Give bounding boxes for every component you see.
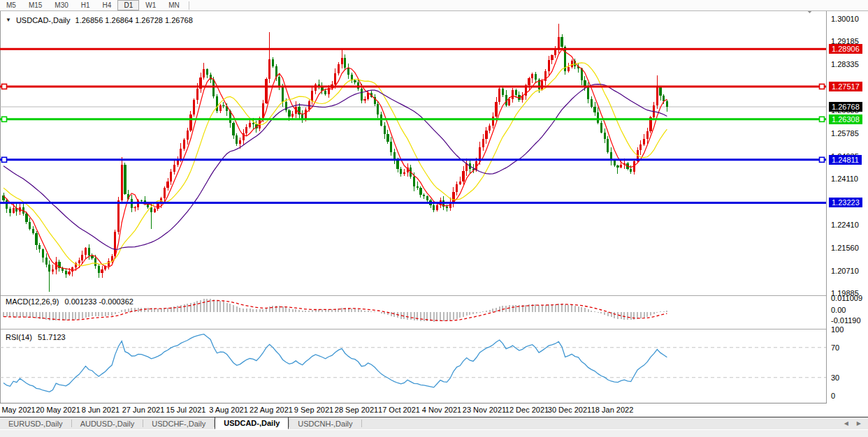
candle-body: [386, 134, 389, 141]
candle-body: [101, 269, 103, 273]
hline-handle-1.24811[interactable]: [2, 157, 7, 162]
candle-body: [419, 188, 421, 195]
mt4-window: M5M15M30H1H4D1W1MN ▼ USDCAD-,Daily 1.268…: [0, 0, 868, 437]
candle-body: [291, 114, 294, 117]
candle-body: [203, 69, 205, 77]
candle-body: [117, 200, 120, 232]
chart-tab-USDCHFDaily[interactable]: USDCHF-,Daily: [143, 417, 214, 429]
candle-body: [433, 205, 435, 210]
hline-handle-1.27517[interactable]: [820, 84, 825, 89]
candle-body: [65, 271, 67, 274]
candle-body: [587, 87, 589, 98]
candle-body: [508, 99, 510, 105]
candle-body: [338, 64, 340, 73]
hline-handle-1.26308[interactable]: [820, 117, 825, 121]
candle-body: [363, 99, 366, 101]
date-label: 4 Nov 2021: [422, 406, 461, 414]
candle-body: [196, 89, 198, 101]
timeframe-button-M30[interactable]: M30: [48, 0, 74, 10]
rsi-scale-tick: 0: [831, 392, 835, 400]
tab-divider: [361, 420, 362, 427]
candle-body: [551, 55, 553, 60]
toolbar-separator: [189, 1, 190, 10]
tab-scroll-controls: ◀▶: [844, 417, 868, 429]
candle-body: [268, 59, 270, 79]
timeframe-button-M15[interactable]: M15: [22, 0, 48, 10]
timeframe-button-H4[interactable]: H4: [96, 0, 118, 10]
candle-body: [593, 107, 595, 112]
candle-body: [400, 169, 402, 175]
price-badge-current: 1.26768: [829, 102, 862, 112]
hline-handle-1.26308[interactable]: [2, 117, 7, 121]
candle-body: [245, 127, 247, 134]
candle-body: [489, 126, 491, 131]
candle-body: [324, 91, 326, 95]
candle-body: [140, 200, 143, 201]
date-label: 20 May 2021: [36, 406, 80, 414]
timeframe-button-D1[interactable]: D1: [117, 0, 139, 10]
price-badge-level-1.23223: 1.23223: [829, 198, 862, 207]
chart-tab-AUDUSDDaily[interactable]: AUDUSD-,Daily: [72, 417, 143, 429]
price-tick: 1.20710: [831, 267, 859, 275]
candle-body: [361, 89, 363, 101]
candle-body: [643, 139, 645, 145]
candle-body: [614, 161, 616, 165]
candle-body: [591, 99, 593, 107]
candle-body: [262, 103, 264, 118]
candle-body: [436, 205, 438, 210]
tab-scroll-right-icon[interactable]: ▶: [857, 420, 861, 427]
candle-body: [344, 58, 346, 68]
candle-body: [560, 37, 563, 47]
candle-body: [25, 214, 27, 221]
timeframe-button-MN[interactable]: MN: [162, 0, 186, 10]
price-tick: 1.30010: [831, 15, 859, 23]
timeframe-button-W1[interactable]: W1: [139, 0, 162, 10]
candle-body: [531, 74, 533, 78]
candle-body: [275, 66, 277, 76]
candle-body: [581, 68, 583, 80]
timeframe-button-M5[interactable]: M5: [0, 0, 22, 10]
candle-body: [528, 78, 530, 84]
candle-body: [620, 165, 622, 168]
rsi-label: RSI(14): [6, 333, 32, 341]
rsi-value: 51.7123: [38, 333, 66, 341]
price-badge-level-1.28906: 1.28906: [829, 44, 862, 54]
hline-handle-1.27517[interactable]: [2, 84, 7, 89]
hline-handle-1.24811[interactable]: [820, 157, 825, 162]
candle-body: [239, 140, 241, 144]
tab-scroll-left-icon[interactable]: ◀: [844, 420, 848, 427]
candle-body: [35, 233, 37, 246]
candle-body: [482, 139, 484, 147]
chart-dropdown-icon[interactable]: ▼: [6, 17, 11, 24]
candle-body: [9, 209, 11, 213]
candle-body: [423, 195, 425, 197]
chart-tab-USDCNHDaily[interactable]: USDCNH-,Daily: [289, 417, 361, 429]
chart-canvas[interactable]: [0, 0, 868, 437]
chart-tabbar: EURUSD-,DailyAUDUSD-,DailyUSDCHF-,DailyU…: [0, 417, 868, 430]
rsi-scale-tick: 100: [831, 325, 844, 334]
price-tick: 1.25785: [831, 129, 859, 138]
chart-title-row: ▼ USDCAD-,Daily 1.26856 1.26864 1.26728 …: [6, 16, 193, 24]
chart-tab-EURUSDDaily[interactable]: EURUSD-,Daily: [0, 417, 71, 429]
candle-body: [334, 73, 336, 84]
candle-body: [446, 207, 448, 208]
candle-body: [456, 184, 458, 192]
candle-body: [462, 171, 464, 181]
candle-body: [94, 258, 96, 266]
date-axis: 2 May 202120 May 20218 Jun 202127 Jun 20…: [0, 404, 826, 416]
candle-body: [390, 142, 392, 152]
candle-body: [177, 161, 179, 165]
date-label: 2 May 2021: [0, 406, 36, 414]
candle-body: [121, 165, 123, 200]
price-badge-level-1.26308: 1.26308: [829, 114, 862, 124]
macd-label-row: MACD(12,26,9) 0.001233 -0.000362: [6, 297, 133, 306]
candle-body: [189, 114, 191, 130]
candle-body: [413, 177, 415, 186]
chart-tab-USDCADDaily[interactable]: USDCAD-,Daily: [215, 417, 289, 429]
candle-body: [656, 87, 658, 105]
candle-body: [659, 87, 661, 96]
candle-body: [154, 209, 156, 212]
candle-body: [193, 100, 195, 114]
timeframe-button-H1[interactable]: H1: [75, 0, 96, 10]
candle-body: [48, 265, 50, 272]
